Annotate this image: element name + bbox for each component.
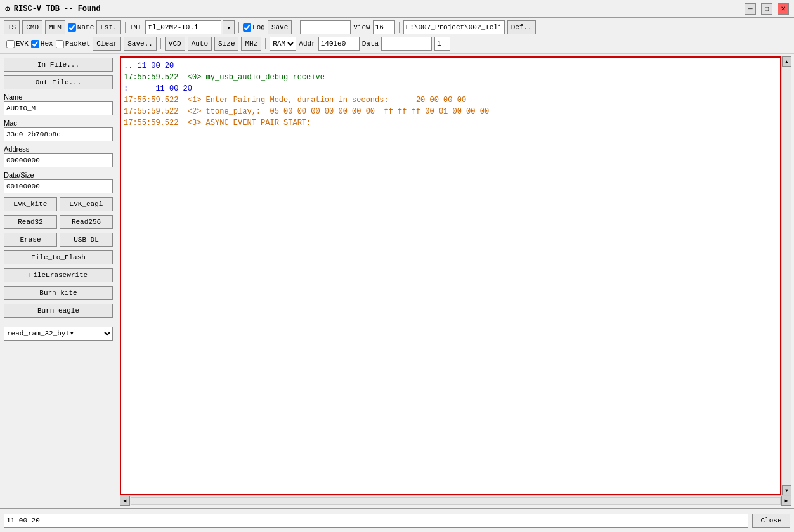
evk-buttons-row: EVK_kite EVK_eagl (4, 197, 113, 211)
out-file-button[interactable]: Out File... (4, 75, 113, 89)
in-file-button[interactable]: In File... (4, 58, 113, 72)
log-line: 17:55:59.522 <1> Enter Pairing Mode, dur… (124, 94, 778, 106)
file-to-flash-button[interactable]: File_to_Flash (4, 250, 113, 264)
close-button[interactable]: Close (752, 514, 790, 528)
read32-button[interactable]: Read32 (4, 215, 57, 229)
log-checkbox-label[interactable]: Log (243, 23, 265, 32)
ts-button[interactable]: TS (4, 20, 20, 34)
title-bar-left: ⚙ RISC-V TDB -- Found (5, 4, 101, 14)
cmd-button[interactable]: CMD (22, 20, 42, 34)
size-button[interactable]: Size (214, 37, 238, 51)
addr-label: Addr (299, 40, 315, 48)
vcd-button[interactable]: VCD (165, 37, 185, 51)
left-panel: In File... Out File... Name Mac Address … (0, 54, 117, 508)
ini-label: INI (129, 23, 142, 31)
separator-6 (265, 38, 266, 49)
evk-kite-button[interactable]: EVK_kite (4, 197, 57, 211)
lst-button[interactable]: Lst. (96, 20, 120, 34)
log-box[interactable]: .. 11 00 2017:55:59.522 <0> my_usb_audio… (120, 56, 781, 495)
log-line: .. 11 00 20 (124, 60, 778, 72)
address-field-group: Address (4, 145, 113, 167)
view-value-input[interactable] (373, 20, 395, 34)
toolbar-row-2: EVK Hex Packet Clear Save.. VCD Auto Siz… (4, 37, 790, 51)
hex-checkbox[interactable] (31, 40, 39, 48)
log-line: : 11 00 20 (124, 83, 778, 94)
save2-button[interactable]: Save.. (124, 37, 157, 51)
view-text-input[interactable] (300, 20, 351, 34)
burn-eagle-button[interactable]: Burn_eagle (4, 304, 113, 318)
address-field-input[interactable] (4, 153, 113, 167)
horizontal-scrollbar: ◀ ▶ (120, 495, 791, 505)
def-button[interactable]: Def.. (507, 20, 536, 34)
packet-checkbox[interactable] (56, 40, 64, 48)
hex-checkbox-label[interactable]: Hex (31, 40, 53, 48)
evk-checkbox[interactable] (6, 40, 15, 48)
mem-button[interactable]: MEM (45, 20, 65, 34)
scroll-track-horizontal (131, 497, 781, 505)
data-size-field-group: Data/Size (4, 171, 113, 193)
log-line: 17:55:59.522 <3> ASYNC_EVENT_PAIR_START: (124, 117, 778, 129)
ram-select[interactable]: RAM (270, 37, 296, 51)
num-input[interactable] (434, 37, 450, 51)
mac-field-group: Mac (4, 119, 113, 141)
name-field-label: Name (4, 93, 113, 101)
dropdown-area: read_ram_32_byt▾ (4, 327, 113, 341)
mac-field-label: Mac (4, 119, 113, 127)
title-bar: ⚙ RISC-V TDB -- Found ─ □ ✕ (0, 0, 794, 18)
burn-kite-button[interactable]: Burn_kite (4, 286, 113, 300)
log-area-container: .. 11 00 2017:55:59.522 <0> my_usb_audio… (117, 54, 794, 508)
usb-dl-button[interactable]: USB_DL (60, 233, 113, 247)
erase-buttons-row: Erase USB_DL (4, 233, 113, 247)
packet-checkbox-label[interactable]: Packet (56, 40, 91, 48)
ini-dropdown: ▾ (145, 20, 235, 34)
ini-input[interactable] (145, 20, 221, 34)
data-size-field-input[interactable] (4, 179, 113, 193)
toolbar-row-1: TS CMD MEM Name Lst. INI ▾ Log Save View… (4, 20, 790, 34)
scroll-left-btn[interactable]: ◀ (120, 496, 130, 506)
mhz-button[interactable]: MHz (241, 37, 261, 51)
close-window-button[interactable]: ✕ (778, 3, 789, 15)
app-icon: ⚙ (5, 4, 10, 14)
file-erase-write-button[interactable]: FileEraseWrite (4, 268, 113, 282)
separator-3 (296, 22, 296, 33)
log-checkbox[interactable] (243, 23, 251, 32)
log-vertical-scrollbar[interactable]: ▲ ▼ (781, 56, 791, 495)
log-scroll-wrapper: .. 11 00 2017:55:59.522 <0> my_usb_audio… (120, 56, 791, 495)
restore-button[interactable]: □ (761, 3, 772, 15)
data-label: Data (362, 40, 379, 48)
name-checkbox[interactable] (68, 23, 76, 32)
mac-field-input[interactable] (4, 127, 113, 141)
address-field-label: Address (4, 145, 113, 153)
separator-1 (125, 22, 126, 33)
evk-eagle-button[interactable]: EVK_eagl (60, 197, 113, 211)
evk-checkbox-label[interactable]: EVK (6, 40, 29, 48)
separator-4 (399, 22, 400, 33)
action-dropdown[interactable]: read_ram_32_byt▾ (4, 327, 113, 341)
erase-button[interactable]: Erase (4, 233, 57, 247)
scroll-track-vertical (783, 67, 791, 485)
addr-input[interactable] (318, 37, 360, 51)
data-size-field-label: Data/Size (4, 171, 113, 179)
window-title: RISC-V TDB -- Found (14, 4, 101, 13)
minimize-button[interactable]: ─ (745, 3, 756, 15)
ini-dropdown-btn[interactable]: ▾ (223, 20, 235, 34)
bottom-bar: Close (0, 508, 794, 532)
title-bar-controls: ─ □ ✕ (745, 3, 789, 15)
scroll-right-btn[interactable]: ▶ (781, 496, 791, 506)
scroll-down-btn[interactable]: ▼ (782, 485, 792, 495)
log-line: 17:55:59.522 <0> my_usb_audio_debug rece… (124, 72, 778, 83)
separator-2 (238, 22, 239, 33)
log-line: 17:55:59.522 <2> ttone_play,: 05 00 00 0… (124, 106, 778, 117)
path-input[interactable] (403, 20, 505, 34)
save-button[interactable]: Save (268, 20, 292, 34)
read256-button[interactable]: Read256 (60, 215, 113, 229)
data-input[interactable] (381, 37, 432, 51)
read-buttons-row: Read32 Read256 (4, 215, 113, 229)
clear-button[interactable]: Clear (93, 37, 121, 51)
name-field-group: Name (4, 93, 113, 115)
auto-button[interactable]: Auto (188, 37, 212, 51)
name-checkbox-label[interactable]: Name (68, 23, 94, 32)
name-field-input[interactable] (4, 101, 113, 115)
status-input[interactable] (4, 514, 748, 528)
scroll-up-btn[interactable]: ▲ (782, 56, 792, 67)
